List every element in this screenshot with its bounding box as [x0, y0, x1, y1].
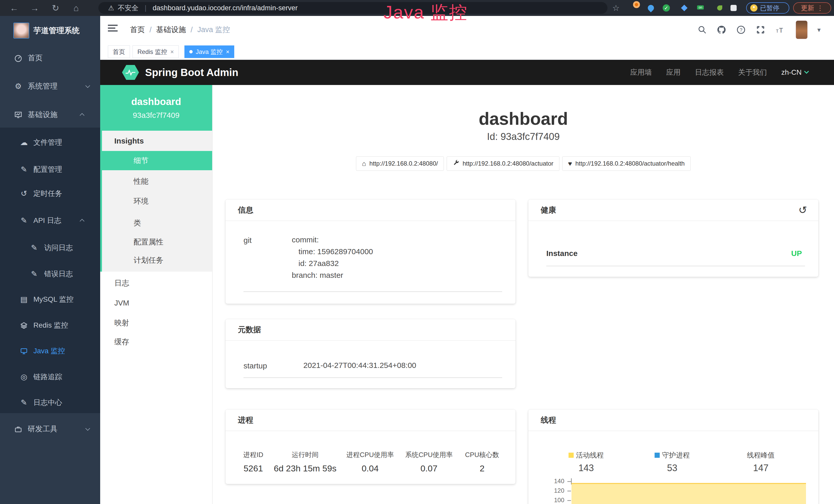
extension-check-icon[interactable]: ✓	[663, 4, 670, 12]
sidebar-item-mysql-monitor[interactable]: ▤ MySQL 监控	[0, 290, 100, 309]
kebab-menu-icon[interactable]: ⋮	[817, 4, 824, 12]
sidebar-toggle-icon[interactable]	[108, 25, 118, 33]
process-col-header: 运行时间	[292, 450, 319, 459]
fullscreen-icon[interactable]	[756, 25, 765, 35]
sba-item-logging[interactable]: 日志	[100, 273, 212, 293]
sba-language-select[interactable]: zh-CN	[781, 68, 808, 76]
tags-view-bar: 首页 Redis 监控 × Java 监控 ×	[100, 44, 834, 60]
breadcrumb-current: Java 监控	[197, 25, 230, 35]
metadata-startup-value: 2021-04-27T00:44:31.254+08:00	[303, 362, 416, 369]
extensions-puzzle-icon[interactable]	[730, 5, 737, 11]
browser-home-icon[interactable]: ⌂	[73, 4, 79, 12]
sidebar-item-error-log[interactable]: ✎ 错误日志	[0, 265, 100, 283]
wrench-icon	[453, 160, 459, 167]
not-secure-label: 不安全	[118, 3, 138, 13]
url-text: dashboard.yudao.iocoder.cn/infra/admin-s…	[153, 4, 298, 12]
sba-item-environment[interactable]: 环境	[100, 191, 212, 211]
sidebar-item-config-mgmt[interactable]: ✎ 配置管理	[0, 160, 100, 179]
sba-instance-header[interactable]: dashboard 93a3fc7f7409	[100, 85, 212, 131]
info-card-title: 信息	[238, 205, 253, 215]
process-col-header: 进程CPU使用率	[347, 450, 394, 459]
font-size-icon[interactable]: TT	[775, 25, 786, 35]
info-git-label: git	[243, 236, 252, 245]
sidebar-item-api-log[interactable]: ✎ API 日志	[0, 211, 100, 230]
sba-item-classes[interactable]: 类	[100, 213, 212, 233]
sidebar-item-tracing[interactable]: ◎ 链路追踪	[0, 367, 100, 386]
browser-back-icon[interactable]: ←	[10, 4, 19, 12]
sidebar-item-scheduled-jobs[interactable]: ↺ 定时任务	[0, 184, 100, 203]
active-dot-icon	[189, 50, 193, 53]
breadcrumb-infra[interactable]: 基础设施	[156, 25, 186, 35]
actuator-url-button[interactable]: http://192.168.0.2:48080/actuator	[447, 156, 559, 171]
browser-reload-icon[interactable]: ↻	[52, 4, 59, 12]
screen: ← → ↻ ⌂ ⚠ 不安全 | dashboard.yudao.iocoder.…	[0, 0, 834, 504]
svg-text:T: T	[779, 27, 783, 34]
bookmark-star-icon[interactable]: ☆	[612, 3, 620, 13]
app-logo-image	[13, 23, 29, 39]
close-icon[interactable]: ×	[170, 48, 174, 55]
instance-name: dashboard	[131, 96, 181, 107]
health-url-button[interactable]: ♥ http://192.168.0.2:48080/actuator/heal…	[562, 156, 691, 171]
browser-forward-icon[interactable]: →	[30, 4, 39, 12]
breadcrumb-home[interactable]: 首页	[130, 25, 145, 35]
sba-item-details[interactable]: 细节	[100, 151, 212, 170]
tab-home[interactable]: 首页	[108, 45, 130, 58]
health-status-badge: UP	[791, 249, 802, 258]
profile-paused-badge[interactable]: 已暂停	[746, 2, 789, 14]
metadata-startup-label: startup	[243, 362, 267, 370]
page-instance-id: Id: 93a3fc7f7409	[213, 131, 834, 142]
sba-brand[interactable]: Spring Boot Admin	[122, 60, 238, 85]
user-menu-caret-icon[interactable]: ▾	[817, 26, 821, 34]
tab-java-monitor[interactable]: Java 监控 ×	[184, 45, 234, 58]
sba-nav-journal[interactable]: 日志报表	[695, 68, 724, 77]
sidebar-item-file-mgmt[interactable]: ☁ 文件管理	[0, 133, 100, 152]
threads-card-title: 线程	[541, 415, 556, 426]
extension-leaf-icon[interactable]	[717, 5, 722, 10]
health-history-icon[interactable]: ↺	[798, 204, 807, 216]
chevron-up-icon	[80, 219, 84, 223]
tab-redis-monitor[interactable]: Redis 监控 ×	[133, 45, 179, 58]
search-icon[interactable]	[698, 25, 707, 35]
cpu-cores-value: 2	[480, 463, 485, 474]
sba-item-mappings[interactable]: 映射	[100, 313, 212, 333]
sba-item-jvm[interactable]: JVM	[100, 294, 212, 313]
github-icon[interactable]	[717, 25, 726, 35]
sba-item-metrics[interactable]: 性能	[100, 172, 212, 191]
close-icon[interactable]: ×	[226, 48, 229, 55]
threads-card: 线程 活动线程 守护进程 线程峰值 143 53 147 140 120 100	[528, 410, 818, 504]
health-card: 健康 ↺ Instance UP	[528, 200, 818, 277]
info-git-value: commit: time: 1596289704000 id: 27aa832 …	[292, 234, 373, 281]
sba-nav-applications[interactable]: 应用	[666, 68, 681, 77]
sidebar-item-system[interactable]: ⚙ 系统管理	[0, 77, 100, 96]
legend-live-threads: 活动线程	[569, 451, 604, 460]
sba-nav-wallboard[interactable]: 应用墙	[630, 68, 652, 77]
sidebar-item-infra[interactable]: 基础设施	[0, 105, 100, 124]
sidebar-item-java-monitor[interactable]: Java 监控	[0, 342, 100, 361]
extension-gem-icon[interactable]	[681, 5, 687, 11]
system-cpu-value: 0.07	[420, 463, 437, 474]
process-uptime-value: 6d 23h 15m 59s	[274, 463, 336, 474]
chevron-down-icon	[85, 83, 90, 88]
chrome-update-button[interactable]: 更新 ⋮	[793, 2, 831, 14]
sba-item-caches[interactable]: 缓存	[100, 332, 212, 351]
address-bar[interactable]: ⚠ 不安全 | dashboard.yudao.iocoder.cn/infra…	[98, 2, 608, 14]
extension-drop-icon[interactable]	[646, 4, 655, 12]
service-url-button[interactable]: ⌂ http://192.168.0.2:48080/	[356, 156, 444, 171]
sidebar-item-home[interactable]: 首页	[0, 48, 100, 68]
sba-nav-about[interactable]: 关于我们	[738, 68, 767, 77]
edit-icon: ✎	[19, 399, 29, 407]
sidebar-item-redis-monitor[interactable]: Redis 监控	[0, 316, 100, 335]
app-logo-row[interactable]: 芋道管理系统	[0, 20, 100, 41]
url-separator: |	[145, 4, 147, 12]
help-icon[interactable]: ?	[736, 25, 746, 35]
sidebar-item-log-center[interactable]: ✎ 日志中心	[0, 393, 100, 412]
update-label: 更新	[801, 4, 814, 13]
sba-logo-icon	[122, 65, 139, 80]
profile-emoji-icon	[750, 4, 758, 12]
extension-orange-icon[interactable]	[633, 1, 640, 8]
user-avatar[interactable]	[796, 21, 808, 39]
sidebar-item-access-log[interactable]: ✎ 访问日志	[0, 238, 100, 257]
sidebar-item-dev-tools[interactable]: 研发工具	[0, 419, 100, 438]
sba-item-config-props[interactable]: 配置属性	[100, 232, 212, 252]
sba-item-scheduled-tasks[interactable]: 计划任务	[100, 251, 212, 270]
